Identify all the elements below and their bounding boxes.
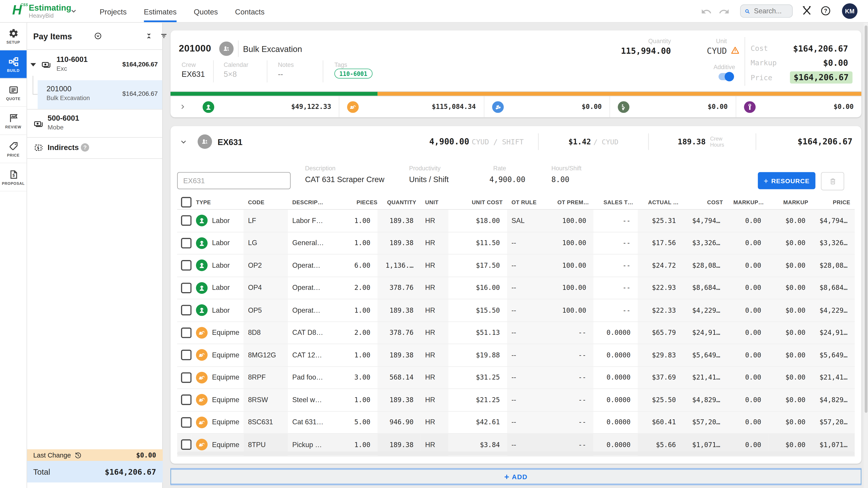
crew-code-input[interactable]: [178, 173, 290, 189]
cell-unit[interactable]: HR: [421, 299, 448, 321]
column-header[interactable]: UNIT COST: [448, 199, 507, 205]
markup-value[interactable]: $0.00: [751, 58, 848, 68]
cell-unit[interactable]: HR: [421, 232, 448, 254]
hours-shift-value[interactable]: 8.00: [551, 175, 569, 184]
crew-value[interactable]: EX631: [182, 70, 205, 78]
column-header[interactable]: PIECES: [352, 199, 378, 205]
cell-actual[interactable]: $22.33: [638, 299, 683, 321]
cell-unit[interactable]: HR: [421, 277, 448, 299]
category-equipment[interactable]: $115,084.34: [339, 96, 484, 117]
cell-markup_pct[interactable]: 0.00: [727, 389, 768, 411]
add-resource-button[interactable]: + RESOURCE: [758, 172, 815, 189]
column-header[interactable]: DESCRIP…: [288, 199, 352, 205]
cell-desc[interactable]: Operat…: [288, 299, 352, 321]
cell-sales_tax[interactable]: 0.0000: [593, 366, 638, 388]
cell-ot_rule[interactable]: --: [507, 277, 542, 299]
cell-qty[interactable]: 189.38: [377, 299, 421, 321]
history-icon[interactable]: [74, 451, 82, 459]
cell-ot_prem[interactable]: --: [542, 412, 593, 433]
warning-icon[interactable]: [731, 46, 740, 55]
cell-actual[interactable]: $25.50: [638, 389, 683, 411]
cell-ot_prem[interactable]: 100.00: [542, 299, 593, 321]
scrollbar-thumb[interactable]: [864, 26, 867, 413]
cell-type[interactable]: Equipme: [191, 412, 243, 433]
column-header[interactable]: SALES T…: [593, 199, 638, 205]
nav-tab-estimates[interactable]: Estimates: [144, 0, 177, 22]
cell-markup[interactable]: $0.00: [768, 322, 813, 344]
pay-item-group-110-6001[interactable]: 110-6001 Exc $164,206.67: [27, 50, 162, 80]
cell-price[interactable]: $5,649…: [813, 344, 855, 366]
cell-ot_prem[interactable]: 100.00: [542, 255, 593, 276]
cell-sales_tax[interactable]: --: [593, 299, 638, 321]
cell-markup_pct[interactable]: 0.00: [727, 210, 768, 232]
cell-ot_prem[interactable]: --: [542, 322, 593, 344]
cell-qty[interactable]: 1,136.…: [377, 255, 421, 276]
additive-toggle[interactable]: [719, 73, 733, 80]
cell-code[interactable]: OP4: [244, 277, 288, 299]
cell-price[interactable]: $3,326…: [813, 232, 855, 254]
row-checkbox[interactable]: [181, 350, 192, 360]
cell-sales_tax[interactable]: 0.0000: [593, 322, 638, 344]
productivity-value[interactable]: Units / Shift: [409, 175, 449, 184]
row-checkbox[interactable]: [181, 372, 192, 383]
tag-pill[interactable]: 110-6001: [334, 69, 372, 78]
cell-ot_prem[interactable]: --: [542, 344, 593, 366]
column-header[interactable]: PRICE: [813, 199, 855, 205]
cell-code[interactable]: 8RPF: [244, 366, 288, 388]
cell-markup[interactable]: $0.00: [768, 412, 813, 433]
cell-unit[interactable]: HR: [421, 389, 448, 411]
nav-tab-projects[interactable]: Projects: [100, 0, 127, 22]
cell-markup_pct[interactable]: 0.00: [727, 366, 768, 388]
cell-unit_cost[interactable]: $18.00: [448, 210, 507, 232]
description-value[interactable]: CAT 631 Scraper Crew: [305, 175, 384, 184]
cell-price[interactable]: $4,829…: [813, 389, 855, 411]
cell-desc[interactable]: Pad foo…: [288, 366, 352, 388]
cell-cost[interactable]: $28,08…: [683, 255, 727, 276]
nav-tab-contacts[interactable]: Contacts: [235, 0, 265, 22]
crew-hours[interactable]: 189.38 Crew Hours: [649, 135, 756, 148]
cell-markup[interactable]: $0.00: [768, 366, 813, 388]
cell-code[interactable]: 8SC631: [244, 412, 288, 433]
cell-desc[interactable]: Cat 631…: [288, 412, 352, 433]
column-header[interactable]: MARKUP…: [727, 199, 768, 205]
rail-item-price[interactable]: PRICE: [0, 135, 27, 163]
cell-markup_pct[interactable]: 0.00: [727, 344, 768, 366]
cell-markup_pct[interactable]: 0.00: [727, 255, 768, 276]
cell-code[interactable]: OP2: [244, 255, 288, 276]
cell-sales_tax[interactable]: --: [593, 277, 638, 299]
cell-desc[interactable]: Labor F…: [288, 210, 352, 232]
cell-qty[interactable]: 189.38: [377, 389, 421, 411]
cell-qty[interactable]: 946.90: [377, 412, 421, 433]
cell-markup_pct[interactable]: 0.00: [727, 277, 768, 299]
cell-unit_cost[interactable]: $15.50: [448, 299, 507, 321]
select-all-checkbox[interactable]: [181, 197, 192, 207]
cell-ot_rule[interactable]: SAL: [507, 210, 542, 232]
cell-unit_cost[interactable]: $17.50: [448, 255, 507, 276]
cell-cost[interactable]: $24,91…: [683, 322, 727, 344]
row-checkbox[interactable]: [181, 440, 192, 450]
cell-cost[interactable]: $4,829…: [683, 389, 727, 411]
nav-tab-quotes[interactable]: Quotes: [194, 0, 218, 22]
row-checkbox[interactable]: [181, 215, 192, 226]
cell-pieces[interactable]: 1.00: [352, 389, 378, 411]
cell-unit_cost[interactable]: $21.25: [448, 389, 507, 411]
cell-type[interactable]: Equipme: [191, 344, 243, 366]
cell-actual[interactable]: $37.69: [638, 366, 683, 388]
cell-desc[interactable]: General…: [288, 232, 352, 254]
cell-markup[interactable]: $0.00: [768, 232, 813, 254]
column-header[interactable]: ACTUAL …: [638, 199, 683, 205]
cell-pieces[interactable]: 1.00: [352, 299, 378, 321]
cell-code[interactable]: LF: [244, 210, 288, 232]
cell-sales_tax[interactable]: 0.0000: [593, 389, 638, 411]
cell-qty[interactable]: 378.76: [377, 322, 421, 344]
cell-ot_prem[interactable]: 100.00: [542, 232, 593, 254]
undo-icon[interactable]: [701, 6, 712, 16]
cell-unit[interactable]: HR: [421, 366, 448, 388]
redo-icon[interactable]: [719, 6, 730, 16]
cell-price[interactable]: $57,20…: [813, 412, 855, 433]
cell-ot_prem[interactable]: 100.00: [542, 210, 593, 232]
column-header[interactable]: UNIT: [421, 199, 448, 205]
cell-type[interactable]: Labor: [191, 210, 243, 232]
collapse-all-icon[interactable]: [145, 32, 153, 40]
cell-unit[interactable]: HR: [421, 255, 448, 276]
